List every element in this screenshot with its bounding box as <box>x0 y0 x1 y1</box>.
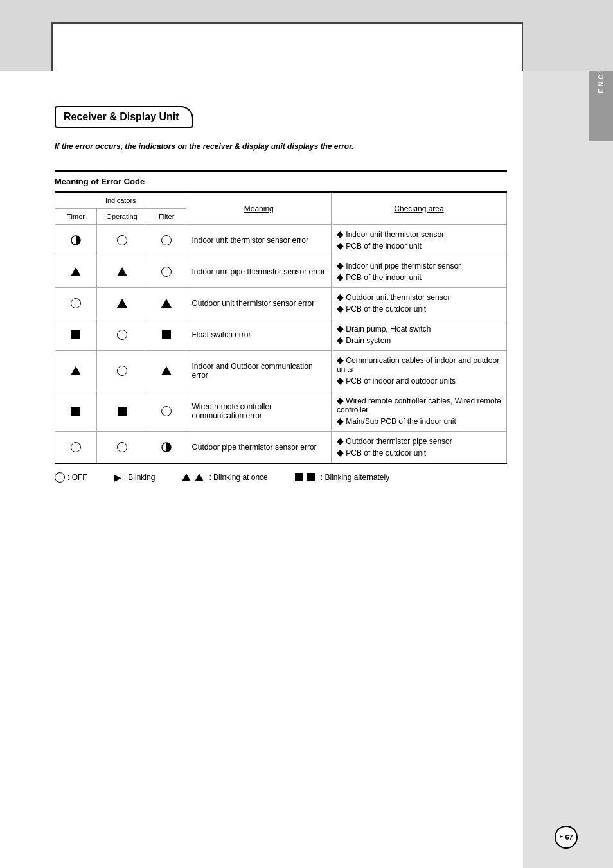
section-title-container: Receiver & Display Unit <box>55 87 507 136</box>
checking-item: ◆ Indoor unit thermistor sensor <box>337 229 501 239</box>
checking-cell: ◆ Wired remote controller cables, Wired … <box>331 391 506 432</box>
timer-cell <box>55 351 97 391</box>
legend-separator3 <box>281 472 289 483</box>
legend-blinking-alternately: : Blinking alternately <box>295 473 389 482</box>
filter-cell <box>147 225 186 256</box>
square-icon <box>118 407 127 416</box>
error-code-heading: Meaning of Error Code <box>55 170 507 186</box>
checking-header: Checking area <box>331 192 506 225</box>
legend-separator2 <box>168 472 175 483</box>
page-badge: E-67 <box>555 826 578 849</box>
main-body: Receiver & Display Unit If the error occ… <box>0 0 613 521</box>
table-row: Indoor unit thermistor sensor error◆ Ind… <box>55 225 507 256</box>
triangle-icon <box>71 267 81 276</box>
checking-cell: ◆ Indoor unit thermistor sensor◆ PCB of … <box>331 225 506 256</box>
table-row: Indoor unit pipe thermistor sensor error… <box>55 256 507 288</box>
timer-cell <box>55 256 97 288</box>
timer-cell <box>55 432 97 464</box>
timer-cell <box>55 288 97 319</box>
legend-blinking-at-once-text: : Blinking at once <box>209 473 267 482</box>
legend-blinking: ▶ : Blinking <box>114 472 155 483</box>
operating-cell <box>97 432 147 464</box>
triangle-icon <box>117 299 127 308</box>
page-badge-prefix: E- <box>559 833 565 840</box>
square-icon-2 <box>307 473 315 481</box>
triangle-icon <box>161 366 172 375</box>
circle-icon <box>71 298 81 308</box>
checking-cell: ◆ Indoor unit pipe thermistor sensor◆ PC… <box>331 256 506 288</box>
meaning-cell: Indoor and Outdoor communication error <box>186 351 332 391</box>
filter-cell <box>147 391 186 432</box>
circle-icon <box>161 235 172 245</box>
circle-icon <box>117 366 127 376</box>
square-icon <box>71 330 80 339</box>
timer-cell <box>55 391 97 432</box>
circle-icon <box>161 406 172 416</box>
table-row: Outdoor unit thermistor sensor error◆ Ou… <box>55 288 507 319</box>
section-title-text: Receiver & Display Unit <box>64 111 179 122</box>
checking-cell: ◆ Communication cables of indoor and out… <box>331 351 506 391</box>
legend-off-text: : OFF <box>67 473 87 482</box>
triangle-icon <box>117 267 127 276</box>
legend-blinking-text: : Blinking <box>124 473 155 482</box>
checking-cell: ◆ Outdoor unit thermistor sensor◆ PCB of… <box>331 288 506 319</box>
meaning-cell: Float switch error <box>186 319 332 351</box>
checking-item: ◆ Wired remote controller cables, Wired … <box>337 395 501 414</box>
circle-icon <box>71 442 81 452</box>
circle-icon <box>161 267 172 277</box>
operating-cell <box>97 319 147 351</box>
checking-item: ◆ Outdoor unit thermistor sensor <box>337 292 501 302</box>
legend-blinking-alternately-text: : Blinking alternately <box>321 473 389 482</box>
circle-icon <box>117 330 127 340</box>
indicators-header: Indicators <box>55 192 186 209</box>
table-row: Indoor and Outdoor communication error◆ … <box>55 351 507 391</box>
page-number: 67 <box>565 833 573 841</box>
legend-off: : OFF <box>55 472 87 483</box>
square-icon <box>162 330 171 339</box>
operating-header: Operating <box>97 209 147 225</box>
timer-cell <box>55 319 97 351</box>
filter-cell <box>147 351 186 391</box>
circle-icon <box>117 235 127 245</box>
subtitle-text: If the error occurs, the indicators on t… <box>55 142 507 151</box>
legend: : OFF ▶ : Blinking : Blinking at once : … <box>55 472 507 483</box>
checking-item: ◆ Communication cables of indoor and out… <box>337 355 501 374</box>
triangle-icon-1 <box>182 474 191 481</box>
operating-cell <box>97 351 147 391</box>
meaning-cell: Indoor unit thermistor sensor error <box>186 225 332 256</box>
checking-item: ◆ Drain system <box>337 335 501 345</box>
timer-header: Timer <box>55 209 97 225</box>
checking-item: ◆ PCB of the outdoor unit <box>337 303 501 314</box>
triangle-icon <box>161 299 172 308</box>
triangle-icon-2 <box>195 474 204 481</box>
checking-item: ◆ Main/Sub PCB of the indoor unit <box>337 416 501 426</box>
square-icon-1 <box>295 473 303 481</box>
filter-cell <box>147 256 186 288</box>
checking-item: ◆ PCB of the indoor unit <box>337 272 501 282</box>
checking-item: ◆ PCB of the indoor unit <box>337 240 501 251</box>
triangle-icon <box>71 366 81 375</box>
operating-cell <box>97 391 147 432</box>
meaning-cell: Wired remote controller communication er… <box>186 391 332 432</box>
filter-header: Filter <box>147 209 186 225</box>
legend-separator1 <box>100 472 108 483</box>
timer-cell <box>55 225 97 256</box>
blinking-icon: ▶ <box>114 472 121 483</box>
checking-cell: ◆ Outdoor thermistor pipe sensor◆ PCB of… <box>331 432 506 464</box>
checking-item: ◆ PCB of indoor and outdoor units <box>337 375 501 385</box>
meaning-cell: Outdoor unit thermistor sensor error <box>186 288 332 319</box>
meaning-cell: Outdoor pipe thermistor sensor error <box>186 432 332 464</box>
checking-item: ◆ Drain pump, Float switch <box>337 323 501 333</box>
circle-icon <box>117 442 127 452</box>
filter-cell <box>147 319 186 351</box>
filter-cell <box>147 432 186 464</box>
section-title-box: Receiver & Display Unit <box>55 106 193 128</box>
checking-item: ◆ PCB of the outdoor unit <box>337 447 501 457</box>
half-circle-icon <box>161 442 172 452</box>
off-circle-icon <box>55 472 65 483</box>
table-row: Wired remote controller communication er… <box>55 391 507 432</box>
meaning-header: Meaning <box>186 192 332 225</box>
page-wrapper: ENGLISH Receiver & Display Unit If the e… <box>0 0 613 868</box>
operating-cell <box>97 288 147 319</box>
checking-item: ◆ Outdoor thermistor pipe sensor <box>337 436 501 446</box>
